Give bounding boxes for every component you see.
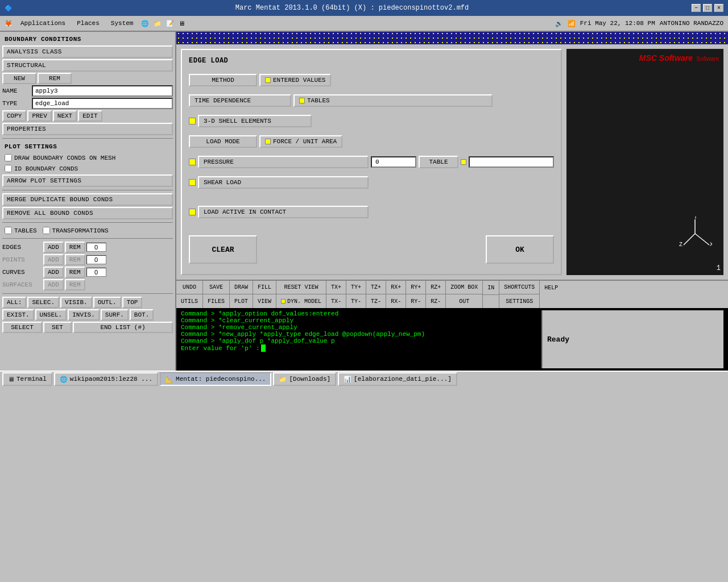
copy-btn[interactable]: COPY: [2, 110, 26, 122]
invis-btn[interactable]: INVIS.: [68, 309, 100, 321]
window-controls[interactable]: − □ ×: [692, 4, 723, 12]
rz-minus-btn[interactable]: RZ-: [426, 294, 445, 308]
view-btn[interactable]: VIEW: [253, 294, 276, 308]
edges-rem-btn[interactable]: REM: [65, 242, 85, 253]
end-list-btn[interactable]: END LIST (#): [73, 322, 173, 333]
shell-elements-btn[interactable]: 3-D SHELL ELEMENTS: [198, 115, 312, 127]
selec-btn[interactable]: SELEC.: [27, 297, 59, 308]
visib-btn[interactable]: VISIB.: [60, 297, 92, 308]
curves-add-btn[interactable]: ADD: [43, 267, 64, 278]
name-input[interactable]: [32, 85, 173, 97]
table-indicator: [461, 159, 466, 165]
plot-btn[interactable]: PLOT: [230, 294, 253, 308]
tx-plus-btn[interactable]: TX+: [326, 281, 346, 294]
cmd-line-6[interactable]: Enter value for 'p' :: [181, 344, 541, 352]
shortcuts-btn[interactable]: SHORTCUTS: [499, 281, 539, 294]
ok-btn[interactable]: OK: [486, 235, 554, 264]
taskbar-item-1[interactable]: 🌐 wikipaom2015:lez28 ...: [54, 372, 158, 386]
merge-btn[interactable]: MERGE DUPLICATE BOUND CONDS: [2, 193, 173, 206]
taskbar-item-2[interactable]: 📐 Mentat: piedeconspino...: [160, 372, 271, 386]
rx-minus-btn[interactable]: RX-: [386, 294, 406, 308]
bot-btn[interactable]: BOT.: [130, 309, 154, 321]
reset-view-btn[interactable]: RESET VIEW: [276, 281, 326, 294]
shell-row: 3-D SHELL ELEMENTS: [189, 115, 554, 127]
arrow-plot-btn[interactable]: ARROW PLOT SETTINGS: [2, 174, 173, 187]
tz-minus-btn[interactable]: TZ-: [366, 294, 386, 308]
draw-boundary-checkbox[interactable]: [5, 154, 12, 161]
fill-btn[interactable]: FILL: [253, 281, 276, 294]
pressure-value-field[interactable]: [371, 156, 416, 168]
ty-minus-btn[interactable]: TY-: [346, 294, 366, 308]
type-input[interactable]: [32, 98, 173, 109]
properties-btn[interactable]: PROPERTIES: [2, 123, 173, 135]
clear-btn[interactable]: CLEAR: [189, 235, 257, 264]
load-mode-dropdown[interactable]: FORCE / UNIT AREA: [259, 135, 342, 148]
ty-plus-btn[interactable]: TY+: [346, 281, 366, 294]
out-btn[interactable]: OUT: [446, 294, 482, 308]
next-btn[interactable]: NEXT: [53, 110, 77, 122]
taskbar-item-3[interactable]: 📁 [Downloads]: [273, 372, 336, 386]
prev-btn[interactable]: PREV: [27, 110, 51, 122]
table-btn[interactable]: TABLE: [419, 156, 458, 168]
load-active-btn[interactable]: LOAD ACTIVE IN CONTACT: [198, 206, 369, 218]
draw-btn[interactable]: DRAW: [230, 281, 253, 294]
menu-places[interactable]: Places: [73, 19, 103, 28]
ry-plus-btn[interactable]: RY+: [406, 281, 425, 294]
outl-btn[interactable]: OUTL.: [93, 297, 121, 308]
utils-btn[interactable]: UTILS: [176, 294, 202, 308]
rx-plus-btn[interactable]: RX+: [386, 281, 406, 294]
in-btn[interactable]: IN: [483, 281, 499, 295]
undo-btn[interactable]: UNDO: [176, 281, 202, 294]
unsel-btn[interactable]: UNSEL.: [35, 309, 67, 321]
transforms-checkbox[interactable]: [43, 227, 50, 234]
pressure-checkbox-indicator[interactable]: [189, 159, 196, 165]
remove-all-btn[interactable]: REMOVE ALL BOUND CONDS: [2, 207, 173, 219]
method-dropdown[interactable]: ENTERED VALUES: [259, 74, 331, 86]
top-btn[interactable]: TOP: [122, 297, 143, 308]
table-value-field[interactable]: [469, 156, 554, 168]
new-btn[interactable]: NEW: [2, 73, 36, 84]
all-btn[interactable]: ALL:: [2, 297, 26, 308]
maximize-btn[interactable]: □: [703, 4, 712, 12]
structural-btn[interactable]: STRUCTURAL: [2, 59, 173, 72]
zoom-box-btn[interactable]: ZOOM BOX: [446, 281, 482, 294]
dyn-model-btn[interactable]: DYN. MODEL: [276, 294, 326, 308]
tz-plus-btn[interactable]: TZ+: [366, 281, 386, 294]
settings-btn[interactable]: SETTINGS: [499, 294, 539, 308]
load-mode-btn[interactable]: LOAD MODE: [189, 135, 257, 148]
edit-btn[interactable]: EDIT: [78, 110, 102, 122]
load-active-checkbox-indicator[interactable]: [189, 209, 196, 215]
surf-btn[interactable]: SURF.: [101, 309, 129, 321]
command-output: Command > *apply_option dof_values:enter…: [181, 310, 541, 368]
taskbar-label-1: wikipaom2015:lez28 ...: [70, 376, 152, 383]
ry-minus-btn[interactable]: RY-: [406, 294, 425, 308]
save-btn[interactable]: SAVE: [203, 281, 229, 294]
close-btn[interactable]: ×: [714, 4, 723, 12]
tx-minus-btn[interactable]: TX-: [326, 294, 346, 308]
rem-btn[interactable]: REM: [38, 73, 72, 84]
shear-checkbox-indicator[interactable]: [189, 179, 196, 186]
menu-system[interactable]: System: [107, 19, 137, 28]
method-btn[interactable]: METHOD: [189, 74, 257, 86]
id-boundary-checkbox[interactable]: [5, 165, 12, 172]
shell-checkbox-indicator[interactable]: [189, 118, 196, 124]
time-dependence-btn[interactable]: TIME DEPENDENCE: [189, 94, 291, 107]
curves-rem-btn[interactable]: REM: [65, 267, 85, 278]
set-btn[interactable]: SET: [43, 322, 72, 333]
taskbar-item-4[interactable]: 📊 [elaborazione_dati_pie...]: [338, 372, 457, 386]
rz-plus-btn[interactable]: RZ+: [426, 281, 445, 294]
help-btn[interactable]: HELP: [540, 281, 562, 295]
shear-load-btn[interactable]: SHEAR LOAD: [198, 176, 369, 189]
tables-checkbox[interactable]: [5, 227, 12, 234]
time-dep-dropdown[interactable]: TABLES: [293, 94, 493, 107]
type-label: TYPE: [2, 100, 31, 107]
edges-add-btn[interactable]: ADD: [43, 242, 64, 253]
taskbar-item-0[interactable]: 🖥 Terminal: [2, 372, 52, 386]
exist-btn[interactable]: EXIST.: [2, 309, 34, 321]
minimize-btn[interactable]: −: [692, 4, 701, 12]
pressure-btn[interactable]: PRESSURE: [198, 156, 369, 168]
analysis-class-btn[interactable]: ANALYSIS CLASS: [2, 45, 173, 58]
files-btn[interactable]: FILES: [203, 294, 229, 308]
menu-applications[interactable]: Applications: [17, 19, 69, 28]
select-btn[interactable]: SELECT: [2, 322, 42, 333]
